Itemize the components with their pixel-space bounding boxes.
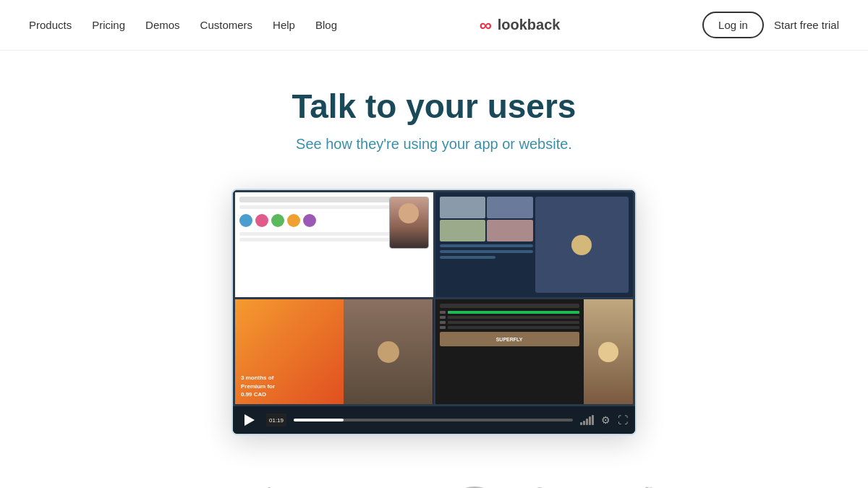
dark-line-1 [440, 244, 533, 247]
music-bar-4 [448, 326, 579, 329]
dark-lines [440, 241, 533, 262]
progress-fill [294, 419, 344, 421]
music-row-2 [440, 316, 579, 319]
person-face-1 [390, 197, 428, 248]
vol-bar-2 [583, 421, 585, 425]
logo-icon: ∞ [480, 15, 492, 35]
spotify-panel: 3 months of Premium for 0.99 CAD [235, 299, 344, 404]
video-cell-1 [235, 192, 433, 297]
nav-products[interactable]: Products [29, 19, 72, 31]
music-bar-1 [448, 311, 579, 314]
music-row-4 [440, 326, 579, 329]
logos-section: facebook ebay NETFLIX Spotify ATLASSIAN [0, 457, 868, 488]
video-controls: 01:19 ⚙ ⛶ [233, 406, 635, 434]
vol-bar-3 [586, 419, 588, 425]
fullscreen-icon[interactable]: ⛶ [618, 414, 628, 426]
gallery-section [440, 197, 533, 293]
logo[interactable]: ∞ lookback [480, 15, 561, 35]
nav-links: Products Pricing Demos Customers Help Bl… [29, 19, 337, 31]
music-num-2 [440, 316, 446, 319]
nav-customers[interactable]: Customers [200, 19, 253, 31]
hero-heading: Talk to your users [29, 87, 839, 126]
circle-5 [303, 214, 316, 227]
dark-line-2 [440, 250, 533, 253]
nav-blog[interactable]: Blog [315, 19, 337, 31]
video-player: 3 months of Premium for 0.99 CAD [231, 189, 637, 435]
gallery-img-4 [487, 220, 533, 241]
logo-nike [449, 479, 491, 488]
navigation: Products Pricing Demos Customers Help Bl… [0, 0, 868, 51]
spotify-line1: 3 months of [241, 374, 273, 381]
vol-bar-4 [589, 416, 591, 425]
person-area-3 [344, 299, 433, 404]
gallery-grid [440, 197, 533, 241]
spotify-line2: Premium for [241, 383, 275, 390]
circle-4 [287, 214, 300, 227]
video-cell-2 [435, 192, 634, 297]
video-cell-3: 3 months of Premium for 0.99 CAD [235, 299, 433, 404]
music-header [440, 304, 579, 308]
hero-subheading: See how they're using your app or websit… [29, 136, 839, 153]
video-grid: 3 months of Premium for 0.99 CAD [233, 190, 635, 406]
music-row-1 [440, 311, 579, 314]
music-album: SUPERFLY [440, 332, 579, 346]
person-head-4 [598, 342, 618, 362]
vol-bar-1 [580, 422, 582, 425]
app-screen-2 [435, 192, 634, 297]
nav-demos[interactable]: Demos [145, 19, 180, 31]
dark-line-3 [440, 256, 496, 259]
video-progress[interactable] [294, 419, 573, 421]
person-head-3 [378, 341, 399, 363]
person-box-4 [584, 299, 633, 404]
person-wrap-4 [584, 299, 633, 404]
music-row-3 [440, 321, 579, 324]
play-icon [244, 414, 255, 426]
trial-button[interactable]: Start free trial [774, 19, 839, 31]
volume-indicator [580, 415, 594, 425]
app-screen-3: 3 months of Premium for 0.99 CAD [235, 299, 433, 404]
video-cell-4: SUPERFLY [435, 299, 634, 404]
logo-facebook: facebook [143, 486, 213, 489]
video-section: 3 months of Premium for 0.99 CAD [0, 174, 868, 457]
gallery-img-1 [440, 197, 486, 218]
gallery-img-3 [440, 220, 486, 241]
circle-3 [271, 214, 284, 227]
person-overlay-1 [389, 197, 429, 249]
nav-help[interactable]: Help [273, 19, 295, 31]
nav-pricing[interactable]: Pricing [92, 19, 125, 31]
music-bar-3 [448, 321, 579, 324]
music-num-1 [440, 311, 446, 314]
app-line-3 [239, 238, 391, 241]
person-wrap-3 [344, 299, 433, 404]
music-bar-2 [448, 316, 579, 319]
person-box-2 [535, 197, 629, 293]
hero-section: Talk to your users See how they're using… [0, 51, 868, 174]
music-num-3 [440, 321, 446, 324]
spotify-promo-text: 3 months of Premium for 0.99 CAD [241, 374, 338, 398]
app-screen-4: SUPERFLY [435, 299, 634, 404]
nav-actions: Log in Start free trial [702, 12, 839, 38]
person-head-2 [571, 235, 592, 255]
logo-ebay: ebay [256, 484, 295, 488]
circle-1 [239, 214, 252, 227]
video-time: 01:19 [266, 414, 286, 427]
music-num-4 [440, 326, 446, 329]
settings-icon[interactable]: ⚙ [601, 414, 610, 426]
person-head-1 [399, 203, 419, 223]
play-button[interactable] [240, 411, 259, 429]
music-app: SUPERFLY [435, 299, 584, 404]
gallery-img-2 [487, 197, 533, 218]
spotify-line3: 0.99 CAD [241, 391, 266, 398]
vol-bar-5 [592, 415, 594, 425]
circle-2 [255, 214, 268, 227]
login-button[interactable]: Log in [702, 12, 764, 38]
logo-text: lookback [498, 17, 561, 33]
